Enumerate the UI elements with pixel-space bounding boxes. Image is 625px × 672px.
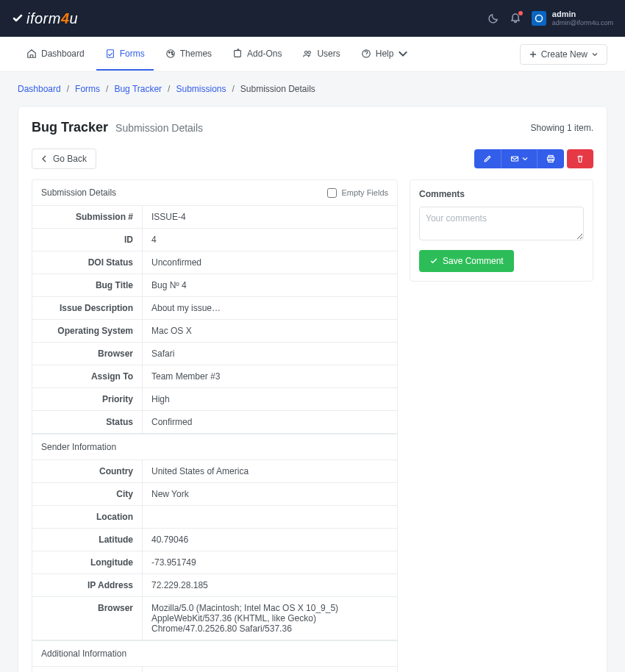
- detail-label: Issue Description: [32, 297, 143, 319]
- detail-label: Country: [32, 460, 143, 482]
- detail-value: [143, 506, 397, 528]
- svg-point-6: [171, 54, 173, 55]
- notifications-button[interactable]: [510, 12, 521, 24]
- breadcrumb: Dashboard/ Forms/ Bug Tracker/ Submissio…: [18, 84, 607, 94]
- user-menu[interactable]: admin admin@iform4u.com: [532, 10, 613, 27]
- mail-button[interactable]: [501, 149, 537, 168]
- arrow-left-icon: [41, 155, 49, 162]
- section-header-sender: Sender Information: [32, 434, 397, 460]
- nav-dashboard[interactable]: Dashboard: [18, 38, 93, 71]
- plus-icon: [529, 51, 537, 58]
- go-back-button[interactable]: Go Back: [32, 149, 96, 169]
- nav-help[interactable]: Help: [352, 38, 418, 71]
- chevron-down-icon: [592, 51, 598, 57]
- form-icon: [105, 49, 115, 59]
- logo-text: iform4u: [26, 10, 78, 27]
- pencil-icon: [483, 154, 492, 163]
- detail-label: Longitude: [32, 551, 143, 573]
- chevron-down-icon: [398, 49, 408, 59]
- detail-value: 6xxTDw: [143, 667, 397, 672]
- nav-label: Users: [317, 49, 340, 59]
- svg-rect-7: [235, 50, 241, 57]
- detail-label: Hash ID: [32, 667, 143, 672]
- svg-rect-2: [107, 49, 113, 57]
- save-comment-button[interactable]: Save Comment: [419, 250, 514, 272]
- detail-label: ID: [32, 229, 143, 251]
- breadcrumb-link[interactable]: Forms: [75, 84, 100, 94]
- detail-label: Browser: [32, 343, 143, 365]
- detail-value: United States of America: [143, 460, 397, 482]
- nav-users[interactable]: Users: [293, 38, 349, 71]
- detail-label: Status: [32, 411, 143, 433]
- detail-value: Bug Nº 4: [143, 274, 397, 296]
- nav-addons[interactable]: Add-Ons: [224, 38, 290, 71]
- delete-button[interactable]: [567, 149, 593, 168]
- mail-icon: [510, 154, 519, 163]
- logo[interactable]: iform4u: [12, 10, 78, 27]
- create-new-button[interactable]: Create New: [520, 44, 607, 65]
- detail-label: Submission #: [32, 206, 143, 228]
- navbar: Dashboard Forms Themes Add-Ons Users Hel…: [0, 37, 625, 72]
- topbar-right: admin admin@iform4u.com: [488, 10, 613, 27]
- empty-fields-toggle[interactable]: Empty Fields: [327, 188, 388, 198]
- trash-icon: [576, 154, 585, 163]
- comments-panel: Comments Save Comment: [410, 179, 593, 282]
- breadcrumb-current: Submission Details: [240, 84, 315, 94]
- dark-mode-toggle[interactable]: [488, 12, 499, 24]
- svg-rect-11: [512, 157, 518, 161]
- detail-value: Confirmed: [143, 411, 397, 433]
- nav-forms[interactable]: Forms: [96, 38, 154, 71]
- breadcrumb-link[interactable]: Dashboard: [18, 84, 61, 94]
- detail-value: Mac OS X: [143, 320, 397, 342]
- create-label: Create New: [541, 49, 588, 60]
- logo-mark-icon: [12, 12, 24, 24]
- svg-point-4: [168, 51, 170, 53]
- detail-value: About my issue…: [143, 297, 397, 319]
- detail-value: High: [143, 388, 397, 410]
- breadcrumb-link[interactable]: Bug Tracker: [114, 84, 162, 94]
- detail-value: ISSUE-4: [143, 206, 397, 228]
- page-title: Bug Tracker: [32, 120, 108, 135]
- details-panel-title: Submission Details: [41, 187, 116, 198]
- detail-value: 4: [143, 229, 397, 251]
- svg-point-5: [171, 51, 173, 53]
- svg-point-1: [536, 15, 542, 21]
- nav-themes[interactable]: Themes: [157, 38, 221, 71]
- home-icon: [26, 49, 37, 59]
- save-comment-label: Save Comment: [443, 256, 504, 266]
- detail-label: Priority: [32, 388, 143, 410]
- detail-label: Latitude: [32, 529, 143, 551]
- svg-point-8: [305, 51, 308, 54]
- main-card: Bug Tracker Submission Details Showing 1…: [18, 106, 607, 672]
- comments-title: Comments: [419, 189, 584, 199]
- print-icon: [546, 154, 555, 163]
- detail-label: Operating System: [32, 320, 143, 342]
- detail-label: Bug Title: [32, 274, 143, 296]
- user-avatar-icon: [532, 11, 546, 26]
- detail-value: Team Member #3: [143, 365, 397, 387]
- breadcrumb-link[interactable]: Submissions: [176, 84, 226, 94]
- edit-button[interactable]: [474, 149, 501, 168]
- detail-label: City: [32, 483, 143, 505]
- user-email: admin@iform4u.com: [552, 19, 613, 27]
- detail-value: Mozilla/5.0 (Macintosh; Intel Mac OS X 1…: [143, 597, 397, 640]
- puzzle-icon: [232, 49, 243, 59]
- nav-label: Help: [376, 49, 394, 59]
- page-subtitle: Submission Details: [115, 122, 203, 134]
- detail-value: New York: [143, 483, 397, 505]
- section-header-additional: Additional Information: [32, 640, 397, 667]
- showing-count: Showing 1 item.: [531, 123, 593, 133]
- print-button[interactable]: [537, 149, 564, 168]
- go-back-label: Go Back: [53, 154, 87, 164]
- users-icon: [302, 49, 312, 59]
- nav-label: Add-Ons: [247, 49, 282, 59]
- svg-point-9: [308, 51, 311, 54]
- nav-label: Forms: [120, 49, 145, 59]
- notification-dot-icon: [518, 11, 523, 15]
- empty-fields-checkbox[interactable]: [327, 188, 337, 198]
- detail-value: -73.951749: [143, 551, 397, 573]
- chevron-down-icon: [522, 156, 528, 162]
- comment-input[interactable]: [419, 207, 584, 240]
- detail-label: Assign To: [32, 365, 143, 387]
- nav-label: Themes: [180, 49, 212, 59]
